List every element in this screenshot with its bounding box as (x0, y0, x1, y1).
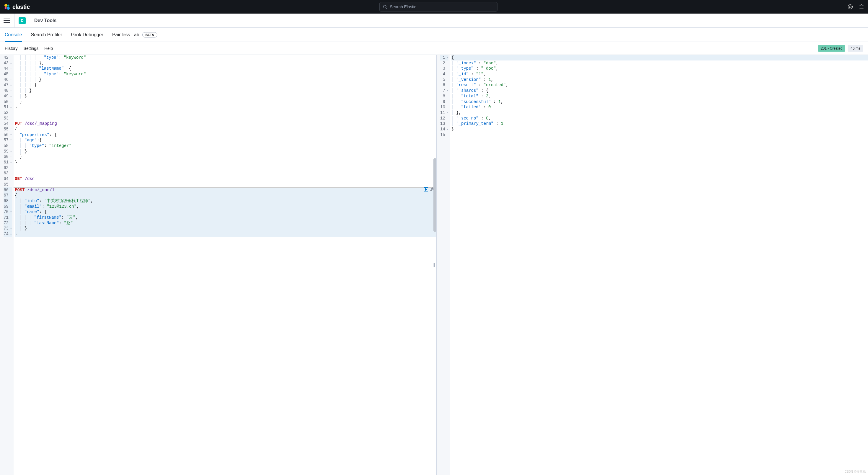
beta-badge: BETA (142, 32, 157, 37)
code-line[interactable]: "name": { (15, 209, 436, 215)
top-right-icons (847, 4, 864, 10)
page-title: Dev Tools (34, 18, 56, 23)
code-line[interactable]: } (15, 94, 436, 99)
svg-point-1 (7, 5, 9, 7)
code-line[interactable]: "_primary_term" : 1 (452, 121, 868, 127)
elastic-logo-icon (4, 3, 11, 10)
breadcrumb-bar: D Dev Tools (0, 13, 868, 28)
tab-search-profiler[interactable]: Search Profiler (31, 28, 62, 42)
newsfeed-icon[interactable] (859, 4, 864, 10)
tab-grok-debugger[interactable]: Grok Debugger (71, 28, 103, 42)
code-line[interactable]: }, (452, 110, 868, 116)
divider (14, 13, 14, 28)
time-badge: 46 ms (848, 45, 863, 52)
code-line[interactable]: "info": "中关村顶级全栈工程师", (15, 198, 436, 204)
elastic-logo[interactable]: elastic (4, 3, 30, 10)
code-line[interactable]: { (15, 127, 436, 132)
code-line[interactable]: GET /dsc (15, 176, 436, 182)
logo-section: elastic (4, 3, 30, 10)
code-line[interactable]: "type": "keyword" (15, 55, 436, 61)
code-line[interactable]: "type": "keyword" (15, 71, 436, 77)
svg-point-4 (383, 5, 386, 8)
settings-button[interactable]: Settings (24, 46, 39, 51)
watermark: CSDN @波三晓 (845, 470, 866, 474)
code-line[interactable]: } (452, 127, 868, 132)
toolbar-right: 201 - Created 46 ms (818, 45, 863, 52)
code-line[interactable]: "result" : "created", (452, 82, 868, 88)
request-pane[interactable]: 42 43▴44▾45 46▴47▴48▴49▴50▴51▴52 53 54 5… (0, 55, 437, 475)
tab-painless-lab[interactable]: Painless Lab BETA (112, 28, 157, 42)
code-line[interactable]: "lastName": { (15, 66, 436, 71)
help-button[interactable]: Help (44, 46, 53, 51)
tabs-bar: Console Search Profiler Grok Debugger Pa… (0, 28, 868, 42)
hamburger-menu-icon[interactable] (4, 18, 10, 24)
toolbar-left: History Settings Help (5, 46, 53, 51)
divider (30, 13, 30, 28)
space-selector[interactable]: D (19, 17, 26, 24)
request-code[interactable]: "type": "keyword" }, "lastName": { "type… (13, 55, 436, 475)
code-line[interactable]: "lastName": "赵" (15, 220, 436, 226)
pane-splitter[interactable]: ‖ (433, 263, 435, 267)
code-line[interactable] (452, 132, 868, 138)
svg-line-5 (386, 8, 387, 8)
code-line[interactable]: "firstName": "云", (15, 215, 436, 220)
code-line[interactable]: } (15, 154, 436, 160)
code-line[interactable]: "email": "123@123.cn", (15, 204, 436, 209)
code-line[interactable]: } (15, 231, 436, 237)
svg-point-0 (4, 4, 7, 7)
code-line[interactable] (15, 165, 436, 171)
search-container (30, 2, 847, 11)
response-code[interactable]: { "_index" : "dsc", "_type" : "_doc", "_… (450, 55, 868, 475)
code-line[interactable]: "_version" : 1, (452, 77, 868, 82)
code-line[interactable]: "total" : 2, (452, 94, 868, 99)
run-button[interactable] (424, 188, 428, 192)
code-line[interactable]: "age":{ (15, 137, 436, 143)
console-toolbar: History Settings Help 201 - Created 46 m… (0, 42, 868, 55)
code-line[interactable] (15, 182, 436, 188)
code-line[interactable]: } (15, 82, 436, 88)
response-pane[interactable]: 1▾2 3 4 5 6 7▾8 9 10 11▴12 13 14▴15 { "_… (437, 55, 868, 475)
code-line[interactable]: } (15, 88, 436, 94)
code-line[interactable] (15, 171, 436, 176)
code-line[interactable]: PUT /dsc/_mapping (15, 121, 436, 127)
code-line[interactable]: } (15, 104, 436, 110)
code-line[interactable]: "_index" : "dsc", (452, 61, 868, 66)
help-icon[interactable] (847, 4, 853, 10)
svg-point-7 (849, 6, 851, 8)
code-line[interactable]: }, (15, 61, 436, 66)
search-input[interactable] (390, 4, 494, 9)
search-box[interactable] (379, 2, 497, 11)
code-line[interactable]: "_id" : "1", (452, 71, 868, 77)
code-line[interactable]: "properties": { (15, 132, 436, 138)
code-line[interactable]: { (15, 193, 436, 198)
code-line[interactable]: } (15, 226, 436, 231)
svg-point-6 (848, 5, 852, 9)
response-gutter: 1▾2 3 4 5 6 7▾8 9 10 11▴12 13 14▴15 (437, 55, 450, 475)
status-badge: 201 - Created (818, 45, 845, 52)
svg-point-2 (5, 7, 7, 9)
scrollbar[interactable] (433, 158, 436, 232)
code-line[interactable]: { (452, 55, 868, 61)
code-line[interactable]: "_shards" : { (452, 88, 868, 94)
code-line[interactable]: "type": "integer" (15, 143, 436, 149)
code-line[interactable]: "successful" : 1, (452, 99, 868, 105)
brand-text: elastic (12, 4, 30, 10)
code-line[interactable]: } (15, 77, 436, 82)
request-actions (424, 188, 434, 192)
tab-label: Painless Lab (112, 32, 140, 37)
code-line[interactable]: "failed" : 0 (452, 104, 868, 110)
code-line[interactable]: "_seq_no" : 0, (452, 116, 868, 121)
code-line[interactable]: "_type" : "_doc", (452, 66, 868, 71)
request-gutter: 42 43▴44▾45 46▴47▴48▴49▴50▴51▴52 53 54 5… (0, 55, 13, 475)
code-line[interactable]: POST /dsc/_doc/1 (15, 188, 436, 193)
history-button[interactable]: History (5, 46, 18, 51)
search-icon (383, 4, 388, 9)
editor-container: 42 43▴44▾45 46▴47▴48▴49▴50▴51▴52 53 54 5… (0, 55, 868, 475)
code-line[interactable]: } (15, 99, 436, 105)
code-line[interactable] (15, 116, 436, 121)
code-line[interactable]: } (15, 160, 436, 165)
code-line[interactable] (15, 110, 436, 116)
tab-console[interactable]: Console (5, 28, 22, 42)
code-line[interactable]: } (15, 149, 436, 154)
svg-point-3 (7, 7, 10, 10)
